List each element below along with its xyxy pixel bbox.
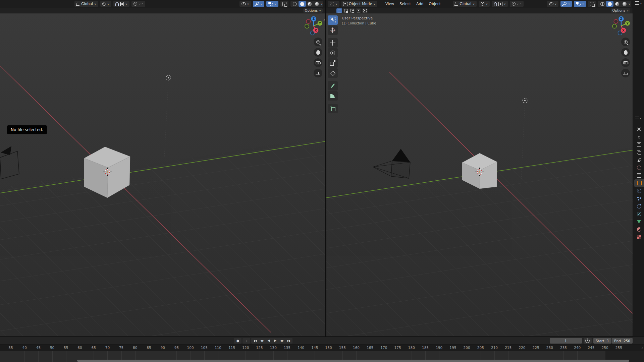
transform-orientation-dropdown[interactable]: Global ∨ [74,1,98,7]
properties-tab-material[interactable] [633,226,644,233]
properties-tab-particles[interactable] [633,195,644,202]
tool-rotate-button[interactable] [328,48,338,58]
properties-tab-output[interactable] [633,141,644,148]
snap-controls[interactable]: ∨ [492,1,508,7]
properties-tab-world[interactable] [633,164,644,172]
viewport-right-canvas[interactable]: User Perspective (1) Collection | Cube Z… [326,13,633,336]
shading-solid-button[interactable] [299,1,306,7]
menu-select[interactable]: Select [397,1,414,7]
shading-solid-button[interactable] [606,1,613,7]
tool-select-box-button[interactable] [328,15,338,25]
outliner-editor-type-button[interactable]: ∨ [635,1,642,5]
properties-tab-view-layer[interactable] [633,148,644,156]
snap-controls[interactable]: ∨ [113,1,129,7]
sidebar-collapse-arrow[interactable]: ‹ [323,17,325,22]
gizmos-toggle[interactable]: ∨ [560,1,572,7]
tool-cursor-button[interactable] [328,25,338,35]
mode-dropdown[interactable]: Object Mode ∨ [341,1,377,7]
select-mode-set-button[interactable] [336,8,342,13]
record-button[interactable]: ● [234,338,241,343]
transform-orientation-dropdown[interactable]: Global ∨ [453,1,477,7]
zoom-button[interactable] [314,38,322,46]
shading-wireframe-button[interactable] [599,1,606,7]
current-frame-field[interactable]: 1 [550,338,582,344]
viewport-right[interactable]: ∨ Object Mode ∨ ViewSelectAddObject Glob… [326,0,633,337]
properties-tab-render[interactable] [633,133,644,141]
properties-tab-modifiers[interactable] [633,187,644,195]
pivot-point-dropdown[interactable]: ∨ [100,1,111,7]
timeline-collapse-arrow[interactable]: ‹ [641,346,643,351]
select-mode-extend-button[interactable] [343,8,348,13]
tool-scale-button[interactable] [328,58,338,68]
options-dropdown[interactable]: Options ∨ [303,8,323,13]
properties-tab-collection[interactable] [633,172,644,179]
shading-wireframe-button[interactable] [291,1,299,7]
pivot-point-dropdown[interactable]: ∨ [479,1,490,7]
menu-add[interactable]: Add [414,1,426,7]
menu-object[interactable]: Object [426,1,443,7]
shading-material-button[interactable] [613,1,621,7]
start-frame-field[interactable]: Start 1 [593,338,611,344]
camera-view-button[interactable] [314,58,322,67]
viewport-left-canvas[interactable]: No file selected. Z Y X [0,13,325,336]
shading-rendered-button[interactable] [621,1,628,7]
proportional-edit-controls[interactable] [510,1,524,7]
timeline-editor[interactable]: ●∨▮◀◀◆◀▶◆▶▶▮ 1 Start 1 End 250 [0,337,644,362]
select-mode-intersect-button[interactable] [362,8,368,13]
timeline-tracks[interactable] [0,351,644,362]
pan-button[interactable] [314,48,322,57]
overlays-toggle[interactable]: ∨ [266,1,278,7]
tool-transform-button[interactable] [328,68,338,78]
proportional-edit-controls[interactable] [131,1,145,7]
menu-view[interactable]: View [383,1,397,7]
tool-add-cube-button[interactable] [328,104,338,113]
viewport-left[interactable]: Global ∨ ∨ ∨ [0,0,325,337]
gizmo-negative-x[interactable] [306,19,310,23]
use-preview-range-button[interactable] [584,338,592,344]
play-reverse-button[interactable]: ◀ [265,338,272,343]
properties-tab-data[interactable] [633,218,644,226]
navigation-gizmo[interactable]: Z Y X [304,15,324,37]
viewport-toolbar [328,15,338,113]
timeline-ruler[interactable]: ‹ 35404550556065707580859095100105110115… [0,345,644,351]
timeline-horizontal-scrollbar[interactable] [77,360,629,362]
show-object-types-dropdown[interactable]: ∨ [239,1,251,7]
overlays-toggle[interactable]: ∨ [574,1,586,7]
properties-tab-tool[interactable] [633,125,644,133]
shading-material-button[interactable] [306,1,313,7]
perspective-toggle-button[interactable] [314,69,322,77]
next-keyframe-button[interactable]: ◆▶ [279,338,285,343]
previous-keyframe-button[interactable]: ◀◆ [259,338,265,343]
perspective-toggle-button[interactable] [621,69,630,77]
gizmo-negative-y[interactable] [612,24,616,28]
select-mode-subtract-button[interactable] [349,8,355,13]
gizmo-negative-x[interactable] [614,19,618,23]
playback-popover-button[interactable]: ∨ [243,338,250,343]
properties-tab-constraints[interactable] [633,210,644,218]
properties-tab-physics[interactable] [633,202,644,210]
tool-annotate-button[interactable] [328,81,338,90]
properties-tab-texture[interactable] [633,233,644,241]
navigation-gizmo[interactable]: Z Y X [611,15,632,37]
xray-toggle[interactable] [588,1,596,7]
gizmo-negative-y[interactable] [305,24,309,28]
play-forward-button[interactable]: ▶ [272,338,278,343]
jump-to-start-button[interactable]: ▮◀ [252,338,258,343]
editor-type-dropdown[interactable]: ∨ [328,1,339,7]
tool-measure-button[interactable] [328,91,338,101]
pan-button[interactable] [621,48,630,57]
xray-toggle[interactable] [280,1,288,7]
properties-tab-object[interactable] [634,179,644,187]
gizmos-toggle[interactable]: ∨ [253,1,264,7]
tool-move-button[interactable] [328,38,338,48]
end-frame-field[interactable]: End 250 [612,338,633,344]
zoom-button[interactable] [621,38,630,46]
camera-view-button[interactable] [621,58,630,67]
select-mode-invert-button[interactable] [356,8,361,13]
shading-rendered-button[interactable] [313,1,321,7]
options-dropdown[interactable]: Options ∨ [611,8,630,13]
properties-tab-scene[interactable] [633,156,644,164]
jump-to-end-button[interactable]: ▶▮ [285,338,292,343]
show-object-types-dropdown[interactable]: ∨ [547,1,559,7]
properties-editor-type-button[interactable]: ∨ [635,117,642,120]
